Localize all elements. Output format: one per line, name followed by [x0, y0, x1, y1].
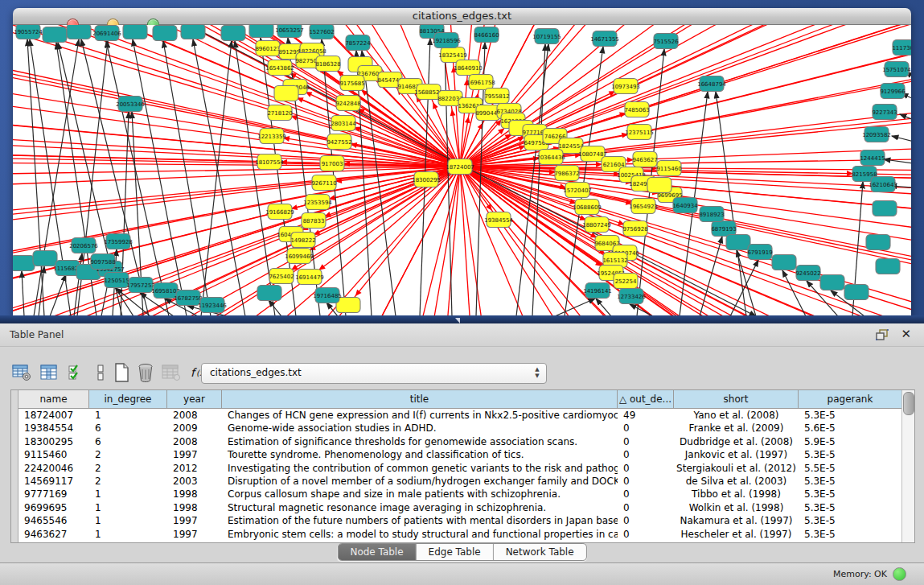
- table-row[interactable]: 911546021997Tourette syndrome. Phenomeno…: [18, 448, 902, 461]
- graph-node[interactable]: [249, 25, 273, 38]
- graph-node[interactable]: [13, 256, 35, 271]
- window-title-bar[interactable]: citations_edges.txt: [13, 8, 911, 25]
- cell-short: Tibbo et al. (1998): [674, 488, 799, 501]
- table-selector-dropdown[interactable]: citations_edges.txt ▲▼: [201, 363, 547, 384]
- select-rows-icon[interactable]: [66, 362, 87, 383]
- delete-table-icon[interactable]: [135, 362, 156, 383]
- cell-pagerank: 5.5E-5: [799, 462, 902, 475]
- cell-name: 18300295: [18, 435, 89, 448]
- graph-node[interactable]: [181, 25, 205, 39]
- graph-node-label: 10653257: [275, 27, 304, 34]
- network-view-window: citations_edges.txt 89601238912955182260…: [13, 8, 911, 315]
- column-header-short[interactable]: short: [674, 390, 799, 409]
- cell-in_degree: 6: [89, 422, 167, 435]
- table-row[interactable]: 1830029562008Estimation of significance …: [18, 435, 902, 448]
- graph-node[interactable]: [820, 275, 844, 290]
- table-row[interactable]: 2242004622012Investigating the contribut…: [18, 462, 902, 475]
- tab-network-table[interactable]: Network Table: [494, 544, 586, 560]
- cell-title: Disruption of a novel member of a sodium…: [222, 475, 618, 488]
- column-header-in_degree[interactable]: in_degree: [89, 390, 167, 409]
- table-options-icon[interactable]: [11, 362, 32, 383]
- graph-node[interactable]: [866, 235, 890, 250]
- graph-node-label: 20691406: [92, 31, 121, 37]
- network-canvas[interactable]: 8960123891295518226058982750881863282367…: [13, 25, 911, 315]
- cell-year: 1997: [167, 448, 222, 461]
- black-edge[interactable]: [737, 250, 756, 315]
- column-header-pagerank[interactable]: pagerank: [799, 390, 902, 409]
- graph-node-label: 12213359: [257, 134, 286, 140]
- show-columns-icon[interactable]: [39, 362, 60, 383]
- black-edge[interactable]: [193, 39, 245, 315]
- black-edge[interactable]: [596, 299, 611, 315]
- graph-node[interactable]: [274, 86, 298, 101]
- cell-title: Estimation of the future numbers of pati…: [222, 514, 618, 527]
- merge-rows-icon[interactable]: [90, 362, 111, 383]
- status-bar: Memory: OK: [0, 562, 924, 585]
- graph-node-label: 19654923: [629, 204, 658, 210]
- graph-node[interactable]: [33, 251, 57, 266]
- black-edge[interactable]: [555, 299, 595, 315]
- cell-in_degree: 1: [89, 488, 167, 501]
- tab-node-table[interactable]: Node Table: [338, 544, 416, 560]
- table-row[interactable]: 1938455462009Genome-wide association stu…: [18, 422, 902, 435]
- graph-node[interactable]: [336, 298, 360, 313]
- float-window-icon[interactable]: [876, 329, 889, 340]
- table-panel: Table Panel ✕ f(x) citations_edges.txt ▲…: [0, 323, 924, 585]
- black-edge[interactable]: [730, 260, 758, 315]
- graph-node[interactable]: [67, 25, 91, 39]
- graph-node-label: 1498222: [290, 237, 315, 244]
- graph-node[interactable]: [873, 201, 897, 216]
- table-row[interactable]: 1872400712008Changes of HCN gene express…: [18, 409, 902, 422]
- panel-resize-grip[interactable]: [455, 318, 460, 323]
- graph-node-label: 9267110: [311, 180, 336, 187]
- new-document-icon[interactable]: [111, 362, 132, 383]
- graph-node[interactable]: [844, 285, 869, 300]
- graph-node[interactable]: [221, 26, 245, 41]
- graph-node[interactable]: [876, 259, 900, 274]
- graph-node[interactable]: [123, 25, 147, 39]
- cell-in_degree: 1: [89, 501, 167, 514]
- graph-node-label: 19166829: [265, 209, 294, 216]
- graph-node-label: 887833: [303, 218, 325, 225]
- black-edge[interactable]: [892, 136, 911, 142]
- column-header-title[interactable]: title: [222, 390, 618, 409]
- column-header-out_degree[interactable]: △ out_de...: [618, 390, 674, 409]
- cell-pagerank: 5.3E-5: [799, 528, 902, 541]
- graph-node[interactable]: [153, 26, 177, 41]
- cell-short: Franke et al. (2009): [674, 422, 799, 435]
- graph-node-label: 16099469: [285, 253, 314, 260]
- graph-node-label: 9463627: [632, 157, 657, 163]
- cell-name: 9465546: [18, 514, 89, 527]
- tab-edge-table[interactable]: Edge Table: [417, 544, 494, 560]
- cell-year: 2003: [167, 475, 222, 488]
- column-header-year[interactable]: year: [167, 390, 222, 409]
- cell-out_degree: 0: [618, 475, 674, 488]
- table-header-row: namein_degreeyeartitle△ out_de...shortpa…: [18, 390, 902, 409]
- vertical-scrollbar[interactable]: [901, 390, 914, 542]
- cell-short: Stergiakouli et al. (2012): [674, 462, 799, 475]
- graph-node[interactable]: [726, 235, 750, 250]
- graph-node-label: 10973493: [611, 84, 640, 90]
- table-row[interactable]: 1456911722003Disruption of a novel membe…: [18, 475, 902, 488]
- cell-out_degree: 0: [618, 501, 674, 514]
- table-row[interactable]: 946554611997Estimation of the future num…: [18, 514, 902, 527]
- graph-node[interactable]: [257, 286, 281, 301]
- cell-out_degree: 0: [618, 462, 674, 475]
- column-header-name[interactable]: name: [18, 390, 89, 409]
- row-header-gutter: [11, 390, 18, 542]
- graph-node[interactable]: [772, 255, 796, 270]
- citation-network-graph[interactable]: 8960123891295518226058982750881863282367…: [13, 25, 911, 315]
- cell-title: Structural magnetic resonance image aver…: [222, 501, 618, 514]
- graph-node[interactable]: [43, 27, 67, 43]
- close-panel-icon[interactable]: ✕: [901, 327, 911, 341]
- black-edge[interactable]: [362, 51, 396, 315]
- graph-node-label: 1250515: [104, 278, 129, 284]
- graph-node[interactable]: [647, 178, 671, 193]
- table-row[interactable]: 969969511998Structural magnetic resonanc…: [18, 501, 902, 514]
- table-row[interactable]: 946362711997Embryonic stem cells: a mode…: [18, 528, 902, 541]
- table-row[interactable]: 977716911998Corpus callosum shape and si…: [18, 488, 902, 501]
- graph-node-label: 9115460: [656, 166, 681, 172]
- scrollbar-thumb[interactable]: [903, 392, 914, 415]
- graph-node-label: 10688609: [573, 204, 602, 211]
- black-edge[interactable]: [22, 271, 24, 315]
